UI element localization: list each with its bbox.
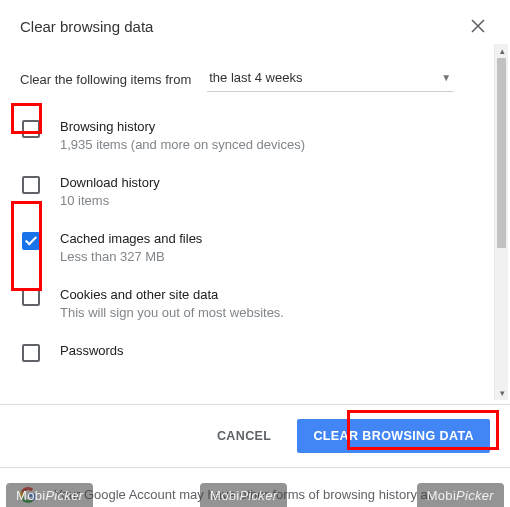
cancel-button[interactable]: Cancel [201, 419, 287, 453]
option-download-history: Download history 10 items [20, 164, 490, 220]
option-cached-images: Cached images and files Less than 327 MB [20, 220, 490, 276]
clear-from-label: Clear the following items from [20, 72, 191, 87]
close-icon[interactable] [468, 16, 488, 36]
checkbox-browsing-history[interactable] [22, 120, 40, 138]
checkbox-passwords[interactable] [22, 344, 40, 362]
clear-browsing-data-button[interactable]: Clear browsing data [297, 419, 490, 453]
watermark: MobiPicker [200, 483, 287, 507]
watermark: MobiPicker [6, 483, 93, 507]
option-label: Passwords [60, 342, 186, 360]
option-cookies: Cookies and other site data This will si… [20, 276, 490, 332]
watermark: MobiPicker [417, 483, 504, 507]
option-sub: 1,935 items (and more on synced devices) [60, 136, 305, 154]
option-sub: Less than 327 MB [60, 248, 202, 266]
dialog-content: Clear the following items from the last … [0, 44, 510, 404]
clear-browsing-data-dialog: Clear browsing data ▴ ▾ Clear the follow… [0, 0, 510, 507]
option-sub: This will sign you out of most websites. [60, 304, 284, 322]
checkbox-cached-images[interactable] [22, 232, 40, 250]
time-range-select[interactable]: the last 4 weeks ▼ [207, 66, 453, 92]
checkbox-download-history[interactable] [22, 176, 40, 194]
clear-from-row: Clear the following items from the last … [20, 44, 490, 108]
checkbox-cookies[interactable] [22, 288, 40, 306]
chevron-down-icon: ▼ [441, 72, 451, 83]
option-label: Cached images and files [60, 230, 202, 248]
option-label: Download history [60, 174, 160, 192]
option-passwords: Passwords 5 passwords (synced) [20, 332, 490, 364]
dialog-header: Clear browsing data [0, 0, 510, 44]
option-label: Browsing history [60, 118, 305, 136]
time-range-value: the last 4 weeks [209, 70, 302, 85]
option-browsing-history: Browsing history 1,935 items (and more o… [20, 108, 490, 164]
option-sub: 10 items [60, 192, 160, 210]
option-label: Cookies and other site data [60, 286, 284, 304]
option-sub: 5 passwords (synced) [60, 360, 186, 364]
button-row: Cancel Clear browsing data [0, 405, 510, 467]
dialog-title: Clear browsing data [20, 18, 153, 35]
